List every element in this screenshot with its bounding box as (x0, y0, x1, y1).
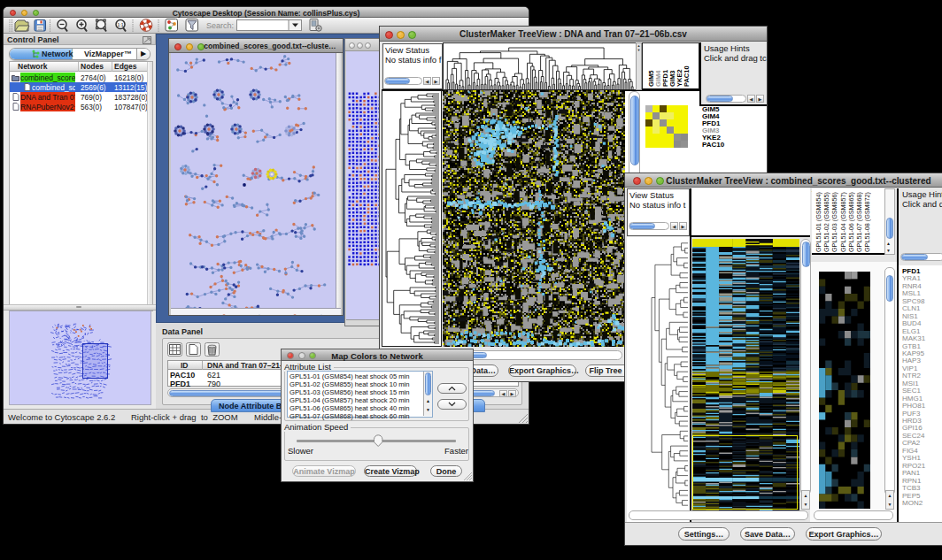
svg-text:1:1: 1:1 (118, 22, 124, 27)
svg-text:Search:: Search: (206, 21, 234, 30)
